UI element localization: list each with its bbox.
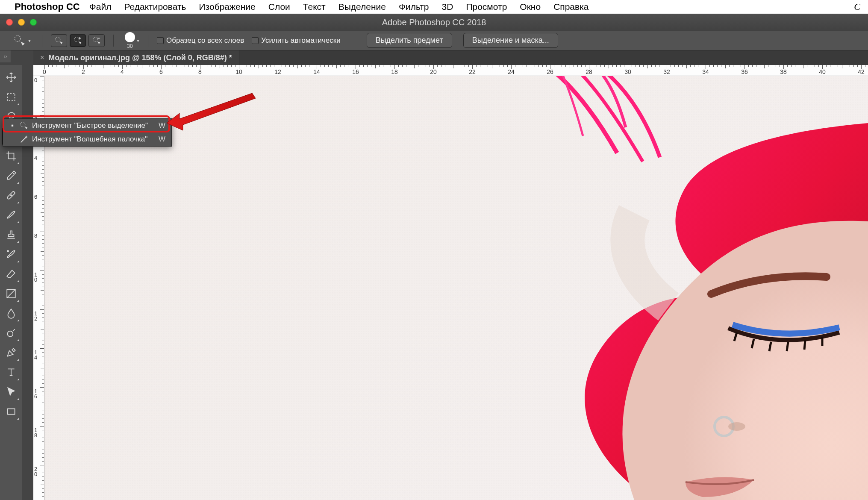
ruler-tick-label: 0: [34, 78, 38, 83]
brush-picker[interactable]: 30 ▾: [122, 32, 139, 49]
select-and-mask-button[interactable]: Выделение и маска...: [463, 33, 558, 48]
gradient-tool[interactable]: [2, 285, 20, 303]
add-to-selection-icon: [73, 36, 82, 45]
ruler-tick-label: 12: [274, 68, 281, 75]
new-selection-icon: [54, 36, 64, 45]
gradient-icon: [6, 288, 17, 299]
select-subject-button[interactable]: Выделить предмет: [367, 33, 452, 48]
menu-select[interactable]: Выделение: [338, 2, 386, 12]
menu-filter[interactable]: Фильтр: [399, 2, 429, 12]
window-titlebar: Adobe Photoshop CC 2018: [0, 14, 868, 31]
ruler-tick-label: 26: [547, 68, 553, 75]
ruler-tick-label: 28: [586, 68, 592, 75]
selection-mode-group: [51, 34, 105, 47]
auto-enhance-checkbox[interactable]: Усилить автоматически: [252, 36, 340, 45]
menu-type[interactable]: Текст: [303, 2, 326, 12]
blur-tool[interactable]: [2, 304, 20, 322]
subtract-from-selection-button[interactable]: [88, 34, 105, 47]
ruler-tick-label: 24: [508, 68, 515, 75]
type-icon: [6, 367, 17, 378]
cc-status-icon[interactable]: C: [854, 1, 860, 12]
close-tab-icon[interactable]: ×: [40, 54, 44, 62]
flyout-item-magic-wand[interactable]: Инструмент "Волшебная палочка" W: [3, 132, 171, 146]
ruler-tick-label: 10: [34, 272, 38, 282]
clone-stamp-tool[interactable]: [2, 226, 20, 244]
ruler-tick-label: 32: [663, 68, 670, 75]
ruler-tick-label: 0: [43, 68, 46, 75]
checkbox-icon: [157, 37, 164, 44]
ruler-tick-label: 8: [198, 68, 202, 75]
ruler-tick-label: 4: [34, 156, 38, 161]
dodge-tool[interactable]: [2, 324, 20, 342]
traffic-lights: [6, 19, 37, 26]
menu-view[interactable]: Просмотр: [466, 2, 507, 12]
marquee-icon: [6, 91, 17, 103]
svg-point-1: [56, 37, 60, 41]
crop-tool[interactable]: [2, 147, 20, 165]
pen-tool[interactable]: [2, 344, 20, 362]
sample-all-layers-checkbox[interactable]: Образец со всех слоев: [157, 36, 244, 45]
app-name[interactable]: Photoshop CC: [15, 1, 80, 12]
history-brush-icon: [6, 249, 17, 260]
eyedropper-icon: [6, 170, 17, 181]
maximize-window-button[interactable]: [30, 19, 37, 26]
svg-point-0: [15, 35, 21, 41]
menu-help[interactable]: Справка: [553, 2, 588, 12]
path-selection-tool[interactable]: [2, 383, 20, 401]
new-selection-button[interactable]: [51, 34, 67, 47]
horizontal-ruler[interactable]: 024681012141618202224262830323436384042: [33, 65, 868, 76]
menu-layers[interactable]: Слои: [268, 2, 290, 12]
ruler-tick-label: 18: [391, 68, 398, 75]
magic-wand-icon: [19, 135, 29, 144]
quick-selection-icon: [14, 35, 26, 47]
bandage-icon: [6, 190, 17, 201]
ruler-tick-label: 10: [235, 68, 242, 75]
history-brush-tool[interactable]: [2, 245, 20, 263]
menu-file[interactable]: Файл: [89, 2, 112, 12]
auto-enhance-label: Усилить автоматически: [261, 36, 340, 45]
ruler-tick-label: 2: [82, 68, 85, 75]
chevron-down-icon: ▾: [137, 38, 139, 44]
rectangle-tool[interactable]: [2, 403, 20, 421]
menu-edit[interactable]: Редактировать: [124, 2, 186, 12]
ruler-tick-label: 36: [741, 68, 748, 75]
panel-collapse-toggle[interactable]: ››: [0, 50, 11, 62]
type-tool[interactable]: [2, 363, 20, 381]
add-to-selection-button[interactable]: [70, 34, 86, 47]
flyout-item-shortcut: W: [150, 135, 165, 144]
ruler-tick-label: 34: [702, 68, 709, 75]
flyout-item-quick-selection[interactable]: ▪ Инструмент "Быстрое выделение" W: [3, 119, 171, 132]
ruler-tick-label: 4: [121, 68, 124, 75]
svg-point-9: [7, 331, 13, 337]
separator: [113, 35, 114, 47]
selected-indicator-icon: ▪: [9, 121, 16, 130]
move-tool[interactable]: [2, 68, 20, 86]
brush-tool[interactable]: [2, 206, 20, 224]
crop-icon: [6, 150, 17, 162]
subtract-from-selection-icon: [92, 36, 101, 45]
ruler-tick-label: 16: [352, 68, 359, 75]
tool-preset-picker[interactable]: ▾: [11, 35, 33, 47]
menu-window[interactable]: Окно: [520, 2, 541, 12]
eyedropper-tool[interactable]: [2, 167, 20, 185]
ruler-tick-label: 42: [858, 68, 865, 75]
menu-3d[interactable]: 3D: [442, 2, 453, 12]
quick-selection-icon: [19, 121, 29, 130]
document-tab[interactable]: × Модель оригинал.jpg @ 158% (Слой 0, RG…: [33, 50, 239, 65]
flyout-item-shortcut: W: [150, 121, 165, 130]
marquee-tool[interactable]: [2, 88, 20, 106]
ruler-tick-label: 16: [34, 389, 38, 399]
ruler-tick-label: 30: [624, 68, 631, 75]
healing-brush-tool[interactable]: [2, 186, 20, 204]
minimize-window-button[interactable]: [18, 19, 25, 26]
eraser-tool[interactable]: [2, 265, 20, 283]
ruler-tick-label: 38: [780, 68, 787, 75]
close-window-button[interactable]: [6, 19, 13, 26]
svg-point-2: [74, 37, 79, 41]
ruler-tick-label: 8: [34, 233, 38, 238]
menu-image[interactable]: Изображение: [199, 2, 255, 12]
ruler-tick-label: 14: [34, 350, 38, 360]
ruler-tick-label: 6: [34, 194, 38, 200]
separator: [148, 35, 148, 47]
brush-icon: [6, 209, 17, 221]
